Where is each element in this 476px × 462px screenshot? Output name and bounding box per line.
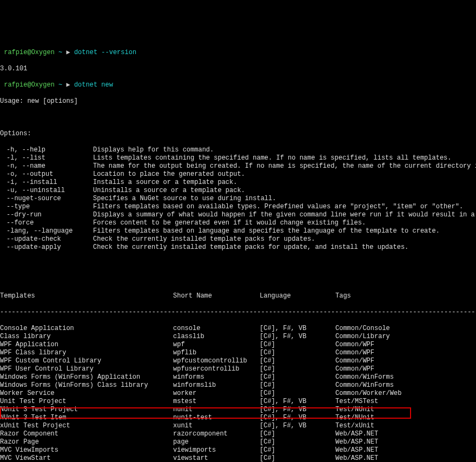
option-desc: The name for the output being created. I…: [93, 162, 476, 170]
template-cell: worker: [173, 390, 260, 398]
option-row: -l, --listLists templates containing the…: [0, 154, 476, 162]
template-cell: Common/Library: [335, 333, 390, 341]
template-cell: console: [173, 325, 260, 333]
template-row: Razor Componentrazorcomponent[C#]Web/ASP…: [0, 430, 476, 438]
template-row: Windows Forms (WinForms) Class librarywi…: [0, 381, 476, 390]
option-desc: Filters templates based on language and …: [93, 227, 440, 235]
template-cell: nunit: [173, 406, 260, 414]
template-cell: Console Application: [0, 325, 173, 333]
option-flag: --dry-run: [0, 211, 93, 219]
cmd-text: dotnet --version: [74, 49, 136, 56]
template-cell: MVC ViewImports: [0, 446, 173, 454]
col-language: Language: [260, 292, 335, 300]
option-flag: --type: [0, 203, 93, 211]
option-flag: --update-apply: [0, 243, 93, 252]
option-flag: -l, --list: [0, 154, 93, 162]
template-cell: [C#], F#, VB: [260, 333, 335, 341]
template-cell: Common/WPF: [335, 341, 374, 349]
option-row: -u, --uninstallUninstalls a source or a …: [0, 187, 476, 195]
option-desc: Displays help for this command.: [93, 146, 214, 154]
template-cell: viewimports: [173, 446, 260, 454]
template-cell: MVC ViewStart: [0, 454, 173, 462]
template-row: Windows Forms (WinForms) Applicationwinf…: [0, 373, 476, 381]
template-cell: [C#]: [260, 357, 335, 365]
templates-header-row: TemplatesShort NameLanguageTags: [0, 292, 476, 300]
option-desc: Specifies a NuGet source to use during i…: [93, 195, 276, 203]
template-cell: mstest: [173, 398, 260, 406]
template-cell: razorcomponent: [173, 430, 260, 438]
template-cell: classlib: [173, 333, 260, 341]
template-row: WPF User Control Librarywpfusercontrolli…: [0, 365, 476, 373]
template-cell: viewstart: [173, 454, 260, 462]
template-row: Razor Pagepage[C#]Web/ASP.NET: [0, 438, 476, 446]
template-cell: winformslib: [173, 381, 260, 390]
col-tags: Tags: [335, 292, 351, 300]
option-flag: -h, --help: [0, 146, 93, 154]
template-cell: Web/ASP.NET: [335, 446, 378, 454]
template-cell: WPF User Control Library: [0, 365, 173, 373]
prompt-host: Oxygen: [31, 81, 55, 89]
options-list: -h, --helpDisplays help for this command…: [0, 146, 476, 252]
template-cell: [C#]: [260, 390, 335, 398]
option-desc: Installs a source or a template pack.: [93, 179, 237, 187]
prompt-user: rafpie: [4, 81, 27, 89]
template-cell: Unit Test Project: [0, 398, 173, 406]
template-row: WPF Class librarywpflib[C#]Common/WPF: [0, 349, 476, 357]
template-row: NUnit 3 Test Projectnunit[C#], F#, VBTes…: [0, 406, 476, 414]
option-flag: --nuget-source: [0, 195, 93, 203]
option-row: --forceForces content to be generated ev…: [0, 219, 476, 227]
option-desc: Lists templates containing the specified…: [93, 154, 452, 162]
terminal-window[interactable]: { "prompts":[ {"user":"rafpie","host":"O…: [0, 16, 476, 462]
template-cell: [C#]: [260, 438, 335, 446]
template-cell: Common/WinForms: [335, 373, 394, 381]
options-header: Options:: [0, 130, 476, 138]
template-cell: Web/ASP.NET: [335, 430, 378, 438]
option-row: -n, --nameThe name for the output being …: [0, 162, 476, 170]
option-row: -o, --outputLocation to place the genera…: [0, 170, 476, 179]
template-cell: Web/ASP.NET: [335, 454, 378, 462]
template-cell: WPF Custom Control Library: [0, 357, 173, 365]
option-row: --typeFilters templates based on availab…: [0, 203, 476, 211]
template-cell: [C#], F#, VB: [260, 406, 335, 414]
prompt-dir: ~: [58, 49, 62, 56]
col-shortname: Short Name: [173, 292, 260, 300]
template-cell: [C#]: [260, 341, 335, 349]
template-cell: Common/WinForms: [335, 381, 394, 390]
template-cell: WPF Application: [0, 341, 173, 349]
option-row: -i, --installInstalls a source or a temp…: [0, 179, 476, 187]
option-flag: -lang, --language: [0, 227, 93, 235]
template-cell: [C#]: [260, 446, 335, 454]
option-row: -lang, --languageFilters templates based…: [0, 227, 476, 235]
template-cell: Worker Service: [0, 390, 173, 398]
template-cell: Class library: [0, 333, 173, 341]
prompt-host: Oxygen: [31, 49, 55, 56]
template-cell: Common/Worker/Web: [335, 390, 401, 398]
template-cell: [C#]: [260, 365, 335, 373]
template-cell: wpf: [173, 341, 260, 349]
template-row: MVC ViewImportsviewimports[C#]Web/ASP.NE…: [0, 446, 476, 454]
template-row: NUnit 3 Test Itemnunit-test[C#], F#, VBT…: [0, 414, 476, 422]
template-cell: wpflib: [173, 349, 260, 357]
template-row: Console Applicationconsole[C#], F#, VBCo…: [0, 325, 476, 333]
cmd-text: dotnet new: [74, 81, 113, 89]
col-templates: Templates: [0, 292, 173, 300]
option-desc: Forces content to be generated even if i…: [93, 219, 366, 227]
option-flag: -n, --name: [0, 162, 93, 170]
template-cell: Test/NUnit: [335, 406, 374, 414]
template-cell: [C#]: [260, 454, 335, 462]
option-flag: --force: [0, 219, 93, 227]
template-cell: [C#], F#, VB: [260, 422, 335, 430]
template-cell: [C#], F#, VB: [260, 414, 335, 422]
option-desc: Uninstalls a source or a template pack.: [93, 187, 245, 195]
template-cell: wpfcustomcontrollib: [173, 357, 260, 365]
option-flag: -u, --uninstall: [0, 187, 93, 195]
template-cell: xUnit Test Project: [0, 422, 173, 430]
option-flag: --update-check: [0, 235, 93, 243]
prompt-line-2: rafpie@Oxygen ~ ▶ dotnet new: [0, 81, 476, 89]
template-row: Unit Test Projectmstest[C#], F#, VBTest/…: [0, 398, 476, 406]
template-cell: [C#]: [260, 349, 335, 357]
option-row: --update-checkCheck the currently instal…: [0, 235, 476, 243]
template-cell: [C#]: [260, 430, 335, 438]
option-desc: Displays a summary of what would happen …: [93, 211, 476, 219]
version-output: 3.0.101: [0, 65, 476, 73]
